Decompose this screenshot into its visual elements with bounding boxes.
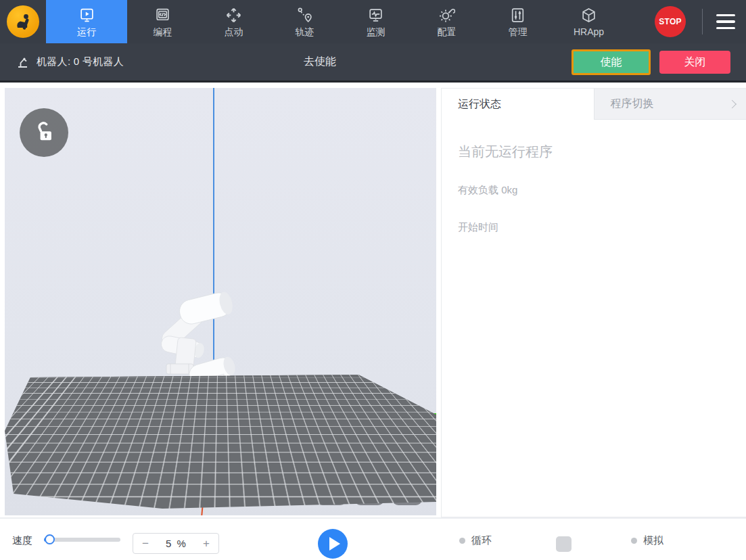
simulation-indicator-dot — [631, 538, 637, 544]
tab-run-status[interactable]: 运行状态 — [442, 89, 594, 120]
tab-config-label: 配置 — [438, 26, 457, 37]
status-panel: 运行状态 程序切换 当前无运行程序 有效负载 0kg 开始时间 — [441, 88, 746, 517]
tab-hrapp-label: HRApp — [574, 26, 604, 37]
run-icon — [78, 7, 95, 24]
tab-jog[interactable]: 点动 — [198, 0, 269, 43]
disable-action-label[interactable]: 去使能 — [269, 55, 371, 69]
monitor-icon — [367, 7, 384, 24]
robot-status-bar: 机器人: 0 号机器人 去使能 使能 关闭 — [0, 43, 746, 83]
play-icon — [329, 537, 340, 551]
trajectory-icon — [296, 7, 313, 24]
chevron-right-icon — [728, 99, 737, 108]
config-icon — [438, 7, 455, 24]
reset-view-icon — [398, 482, 416, 499]
speed-decrease-button[interactable]: − — [142, 538, 149, 549]
speed-slider-handle[interactable] — [45, 534, 55, 544]
tab-run[interactable]: 运行 — [46, 0, 127, 43]
start-time-text: 开始时间 — [458, 221, 730, 234]
simulation-label: 模拟 — [643, 534, 663, 547]
robot-logo-glyph — [13, 11, 33, 32]
stop-label: STOP — [659, 17, 681, 26]
run-status-content: 当前无运行程序 有效负载 0kg 开始时间 — [442, 120, 746, 234]
payload-text: 有效负载 0kg — [458, 184, 730, 197]
loop-toggle[interactable]: 循环 — [459, 534, 492, 547]
cube-icon — [580, 7, 597, 24]
main-content: 运行状态 程序切换 当前无运行程序 有效负载 0kg 开始时间 — [0, 83, 746, 517]
emergency-stop-button[interactable]: STOP — [655, 6, 686, 37]
speed-slider[interactable] — [44, 538, 120, 542]
hamburger-menu-icon[interactable] — [716, 14, 735, 30]
reset-view-button[interactable] — [392, 475, 422, 505]
tab-jog-label: 点动 — [225, 26, 243, 37]
view-lock-button[interactable] — [20, 108, 68, 157]
logo-container — [0, 0, 46, 43]
zoom-in-button[interactable] — [317, 475, 346, 505]
brand-robot-logo[interactable] — [7, 5, 39, 38]
tab-trajectory[interactable]: 轨迹 — [269, 0, 340, 43]
no-program-text: 当前无运行程序 — [458, 143, 730, 161]
speed-stepper: − 5 % + — [133, 533, 219, 554]
simulation-toggle[interactable]: 模拟 — [631, 534, 663, 547]
tab-program[interactable]: 编程 — [127, 0, 198, 43]
close-button[interactable]: 关闭 — [659, 51, 730, 74]
loop-label: 循环 — [471, 534, 492, 547]
zoom-in-icon — [323, 482, 340, 499]
tab-config[interactable]: 配置 — [411, 0, 482, 43]
3d-viewport[interactable] — [5, 88, 436, 515]
zoom-out-button[interactable] — [354, 475, 384, 505]
nav-divider — [702, 9, 703, 34]
speed-label: 速度 — [12, 534, 32, 547]
loop-indicator-dot — [459, 538, 465, 544]
robot-arm-icon — [16, 55, 30, 69]
tab-hrapp[interactable]: HRApp — [553, 0, 624, 43]
play-button[interactable] — [318, 529, 348, 559]
enable-button[interactable]: 使能 — [572, 49, 651, 75]
top-navigation: 运行 编程 点动 轨迹 监测 — [0, 0, 746, 43]
nav-spacer — [624, 0, 655, 43]
robot-name-label: 机器人: 0 号机器人 — [37, 55, 124, 68]
jog-icon — [225, 7, 242, 24]
tab-program-switch[interactable]: 程序切换 — [594, 89, 746, 120]
tab-monitor[interactable]: 监测 — [340, 0, 411, 43]
manage-icon — [509, 7, 526, 24]
tab-manage[interactable]: 管理 — [482, 0, 553, 43]
unlock-icon — [32, 121, 55, 144]
tab-monitor-label: 监测 — [367, 26, 386, 37]
tab-run-status-label: 运行状态 — [458, 97, 501, 112]
program-icon — [154, 7, 171, 24]
checkbox[interactable] — [556, 536, 572, 552]
robot-arm-model — [145, 284, 240, 429]
tab-run-label: 运行 — [77, 26, 96, 37]
tab-program-label: 编程 — [154, 26, 172, 37]
speed-increase-button[interactable]: + — [203, 538, 210, 549]
tab-manage-label: 管理 — [509, 26, 528, 37]
bottom-control-bar: 速度 − 5 % + 循环 模拟 — [0, 517, 746, 560]
panel-gap — [436, 88, 441, 517]
y-axis-line — [229, 413, 436, 415]
zoom-out-icon — [360, 482, 378, 499]
tab-program-switch-label: 程序切换 — [611, 97, 654, 111]
view-controls — [317, 475, 422, 505]
panel-tabs: 运行状态 程序切换 — [442, 89, 746, 120]
speed-value: 5 % — [149, 538, 203, 549]
tab-trajectory-label: 轨迹 — [296, 26, 314, 37]
